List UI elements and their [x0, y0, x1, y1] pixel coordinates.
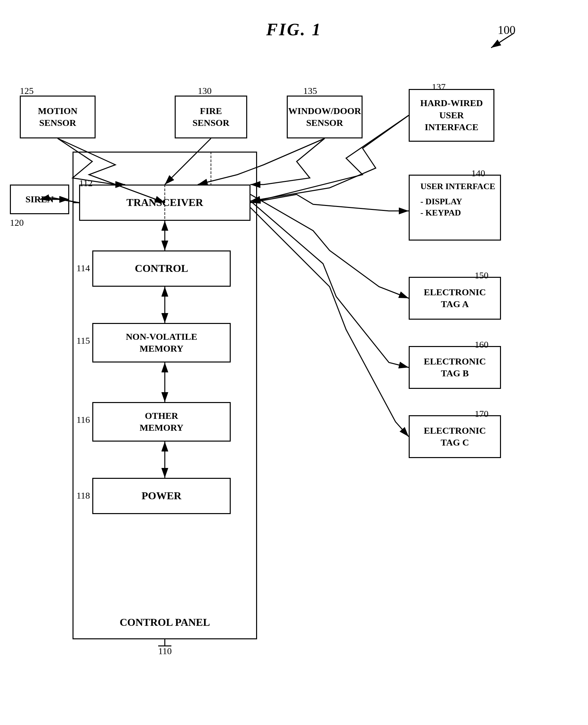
ref-100-label: 100	[498, 23, 516, 37]
transceiver-box: TRANSCEIVER	[79, 185, 251, 221]
motion-sensor-box: MOTIONSENSOR	[20, 95, 96, 138]
ref-125: 125	[20, 86, 34, 96]
ref-137: 137	[432, 82, 446, 92]
power-box: POWER	[92, 478, 231, 514]
ref-110: 110	[158, 646, 172, 657]
ref-135: 135	[303, 86, 317, 96]
ref-114: 114	[77, 263, 90, 274]
siren-box: SIREN	[10, 185, 69, 214]
control-panel-box: CONTROL PANEL	[72, 152, 257, 639]
ref-140: 140	[471, 168, 485, 178]
ref-112: 112	[79, 178, 92, 189]
user-interface-box: USER INTERFACE - DISPLAY - KEYPAD	[409, 175, 501, 240]
ref-115: 115	[77, 336, 90, 346]
page: FIG. 1 100 CONTROL PANEL MOTIONSENSOR 12…	[0, 0, 588, 725]
ref-118: 118	[77, 490, 90, 501]
fire-sensor-box: FIRESENSOR	[175, 95, 247, 138]
control-panel-label: CONTROL PANEL	[120, 616, 210, 628]
other-memory-box: OTHERMEMORY	[92, 402, 231, 442]
ref-116: 116	[77, 414, 90, 425]
electronic-tag-b-box: ELECTRONICTAG B	[409, 346, 501, 389]
ref-130: 130	[198, 86, 212, 96]
ref-170: 170	[475, 409, 488, 419]
figure-title: FIG. 1	[266, 20, 322, 39]
electronic-tag-a-box: ELECTRONICTAG A	[409, 277, 501, 320]
control-box: CONTROL	[92, 251, 231, 287]
hard-wired-ui-box: HARD-WIREDUSERINTERFACE	[409, 89, 495, 142]
electronic-tag-c-box: ELECTRONICTAG C	[409, 415, 501, 458]
ref-150: 150	[475, 270, 488, 281]
window-door-sensor-box: WINDOW/DOORSENSOR	[287, 95, 362, 138]
nonvolatile-memory-box: NON-VOLATILEMEMORY	[92, 323, 231, 362]
ref-120: 120	[10, 217, 24, 228]
ref-160: 160	[475, 339, 488, 350]
